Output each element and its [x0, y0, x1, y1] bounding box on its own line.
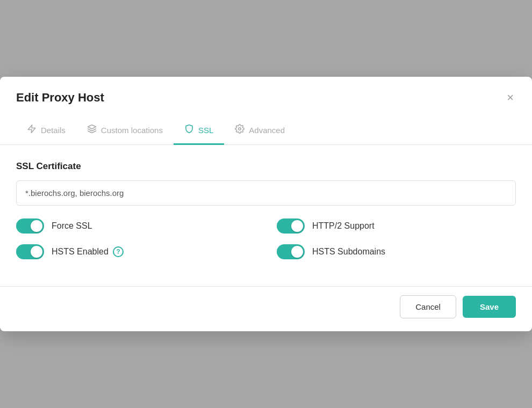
hsts-subdomains-toggle[interactable] [277, 244, 305, 259]
shield-icon [184, 124, 194, 136]
tab-details[interactable]: Details [16, 116, 76, 145]
svg-marker-1 [88, 125, 96, 129]
http2-support-toggle[interactable] [277, 218, 305, 234]
toggles-grid: Force SSL HTTP/2 Support [16, 218, 516, 259]
save-button[interactable]: Save [463, 296, 516, 318]
close-button[interactable]: × [505, 90, 516, 106]
tabs-nav: Details Custom locations [0, 116, 532, 145]
layers-icon [87, 124, 97, 136]
toggle-row-hsts-subdomains: HSTS Subdomains [277, 244, 516, 259]
hsts-enabled-label: HSTS Enabled ? [52, 246, 124, 257]
hsts-subdomains-label: HSTS Subdomains [312, 247, 385, 257]
toggle-row-hsts-enabled: HSTS Enabled ? [16, 244, 255, 259]
ssl-certificate-input[interactable] [16, 180, 516, 206]
force-ssl-toggle[interactable] [16, 218, 44, 234]
svg-point-2 [239, 128, 241, 130]
modal-title: Edit Proxy Host [16, 91, 104, 105]
tab-ssl-label: SSL [198, 126, 213, 135]
bolt-icon [27, 124, 37, 136]
edit-proxy-host-modal: Edit Proxy Host × Details [0, 77, 532, 331]
modal-body: SSL Certificate Force SSL [0, 145, 532, 286]
tab-custom-locations[interactable]: Custom locations [76, 116, 174, 145]
toggle-row-http2: HTTP/2 Support [277, 218, 516, 234]
cancel-button[interactable]: Cancel [400, 295, 456, 318]
http2-support-label: HTTP/2 Support [312, 221, 375, 231]
tab-details-label: Details [41, 126, 66, 135]
tab-custom-locations-label: Custom locations [101, 126, 163, 135]
hsts-help-icon[interactable]: ? [113, 246, 124, 257]
tab-advanced-label: Advanced [249, 126, 285, 135]
ssl-section-title: SSL Certificate [16, 161, 516, 172]
hsts-enabled-toggle[interactable] [16, 244, 44, 259]
force-ssl-label: Force SSL [52, 221, 92, 231]
toggle-row-force-ssl: Force SSL [16, 218, 255, 234]
modal-footer: Cancel Save [0, 286, 532, 331]
tab-advanced[interactable]: Advanced [224, 116, 296, 145]
modal-header: Edit Proxy Host × [0, 77, 532, 116]
tab-ssl[interactable]: SSL [174, 116, 224, 145]
svg-marker-0 [28, 125, 35, 133]
modal-overlay: Edit Proxy Host × Details [0, 0, 532, 408]
gear-icon [235, 124, 245, 136]
